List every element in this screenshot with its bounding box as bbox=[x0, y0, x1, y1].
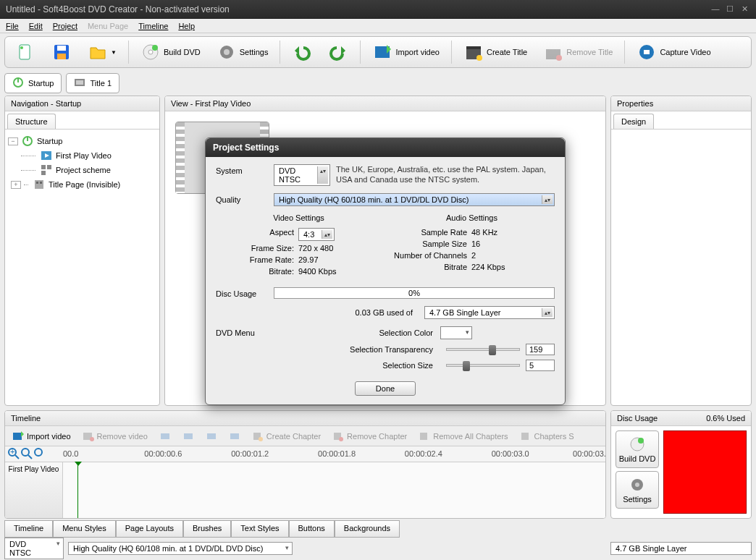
svg-rect-29 bbox=[35, 180, 43, 189]
maximize-button[interactable]: ☐ bbox=[724, 4, 736, 14]
tree-node-titlepage[interactable]: +Title Page (Invisible) bbox=[8, 177, 156, 192]
create-title-button[interactable]: Create Title bbox=[458, 39, 533, 65]
capture-video-label: Capture Video bbox=[660, 48, 710, 56]
window-title: Untitled - Soft4Boost DVD Creator - Non-… bbox=[6, 4, 707, 14]
minimize-button[interactable]: — bbox=[710, 4, 721, 14]
tl-import-button[interactable]: Import video bbox=[8, 429, 75, 444]
menu-timeline[interactable]: Timeline bbox=[138, 22, 168, 30]
separator bbox=[360, 41, 361, 64]
expand-icon[interactable]: + bbox=[11, 181, 21, 189]
audio-settings-header: Audio Settings bbox=[389, 213, 555, 222]
close-button[interactable]: ✕ bbox=[739, 4, 750, 14]
properties-header: Properties bbox=[611, 96, 751, 111]
selection-color-picker[interactable] bbox=[440, 326, 472, 339]
zoom-out-icon[interactable] bbox=[21, 448, 33, 461]
tab-startup[interactable]: Startup bbox=[4, 73, 62, 93]
disc-usage-header: Disc Usage bbox=[617, 414, 658, 423]
svg-rect-43 bbox=[420, 433, 427, 440]
svg-point-52 bbox=[638, 438, 644, 444]
timeline-toolbar: Import video Remove video Create Chapter… bbox=[5, 426, 605, 446]
tl-create-chapter-button: Create Chapter bbox=[248, 429, 325, 444]
view-header: View - First Play Video bbox=[165, 96, 605, 111]
btab-brushes[interactable]: Brushes bbox=[183, 520, 231, 538]
svg-point-34 bbox=[90, 437, 94, 441]
menu-edit[interactable]: Edit bbox=[29, 22, 43, 30]
disc-usage-pct: 0.6% Used bbox=[706, 414, 745, 423]
redo-button[interactable] bbox=[322, 39, 354, 65]
create-title-label: Create Title bbox=[487, 48, 527, 56]
import-video-button[interactable]: Import video bbox=[366, 39, 445, 65]
structure-tab[interactable]: Structure bbox=[7, 114, 56, 129]
btab-backgrounds[interactable]: Backgrounds bbox=[335, 520, 400, 538]
status-system-combo[interactable]: DVD NTSC bbox=[4, 538, 64, 559]
status-quality-combo[interactable]: High Quality (HQ 60/108 min. at 1 DVD/DL… bbox=[68, 542, 293, 555]
svg-rect-30 bbox=[36, 182, 38, 184]
tree-node-startup[interactable]: −Startup bbox=[8, 134, 156, 148]
svg-point-9 bbox=[224, 49, 230, 55]
svg-rect-27 bbox=[47, 165, 51, 169]
dvd-menu-label: DVD Menu bbox=[216, 326, 266, 337]
layer-combo[interactable]: 4.7 GB Single Layer▴▾ bbox=[424, 306, 555, 319]
btab-menustyles[interactable]: Menu Styles bbox=[53, 520, 116, 538]
done-button[interactable]: Done bbox=[355, 381, 416, 396]
film-icon bbox=[40, 150, 53, 161]
tab-title1[interactable]: Title 1 bbox=[66, 73, 119, 93]
transparency-slider[interactable] bbox=[446, 348, 520, 351]
tree-node-firstplay[interactable]: First Play Video bbox=[8, 148, 156, 163]
sample-rate-value: 48 KHz bbox=[471, 228, 497, 237]
design-tab[interactable]: Design bbox=[613, 114, 654, 129]
svg-rect-17 bbox=[644, 50, 650, 54]
remove-title-button: Remove Title bbox=[537, 39, 618, 65]
build-dvd-button[interactable]: Build DVD bbox=[135, 39, 206, 65]
zoom-in-icon[interactable]: + bbox=[8, 448, 20, 461]
disc-icon bbox=[140, 42, 161, 62]
svg-rect-44 bbox=[521, 433, 529, 440]
size-slider[interactable] bbox=[446, 364, 520, 367]
undo-button[interactable] bbox=[286, 39, 318, 65]
collapse-icon[interactable]: − bbox=[8, 137, 18, 145]
transparency-value[interactable]: 159 bbox=[526, 344, 555, 355]
tree-titlepage-label: Title Page (Invisible) bbox=[49, 180, 120, 189]
document-icon bbox=[15, 42, 35, 62]
timeline-header: Timeline bbox=[5, 411, 605, 426]
settings-button[interactable]: Settings bbox=[211, 39, 274, 65]
sample-size-value: 16 bbox=[471, 239, 480, 248]
system-hint: The UK, Europe, Australia, etc. use the … bbox=[336, 164, 555, 184]
playhead[interactable] bbox=[77, 462, 78, 518]
size-value[interactable]: 5 bbox=[526, 360, 555, 371]
save-button[interactable] bbox=[46, 39, 77, 65]
svg-rect-32 bbox=[13, 433, 22, 440]
aspect-combo[interactable]: 4:3▴▾ bbox=[298, 228, 335, 241]
open-button[interactable]: ▼ bbox=[82, 39, 122, 65]
timeline-ruler: + 00.0 00:00:00.6 00:00:01.2 00:00:01.8 … bbox=[5, 446, 605, 462]
build-dvd-label: Build DVD bbox=[164, 48, 201, 56]
tl-remove-chapter-button: Remove Chapter bbox=[328, 429, 411, 444]
video-settings-header: Video Settings bbox=[216, 213, 382, 222]
properties-panel: Properties Design bbox=[610, 96, 752, 406]
tree-root-label: Startup bbox=[37, 137, 62, 145]
structure-tree: −Startup First Play Video Project scheme… bbox=[5, 130, 159, 196]
track-body[interactable] bbox=[63, 462, 605, 518]
status-bar: DVD NTSC High Quality (HQ 60/108 min. at… bbox=[4, 540, 752, 557]
capture-video-button[interactable]: Capture Video bbox=[631, 39, 716, 65]
tree-firstplay-label: First Play Video bbox=[56, 151, 112, 160]
disc-usage-panel: Disc Usage0.6% Used Build DVD Settings bbox=[610, 410, 752, 519]
tl-snap4 bbox=[224, 429, 245, 444]
menu-project[interactable]: Project bbox=[53, 22, 77, 30]
btab-pagelayouts[interactable]: Page Layouts bbox=[116, 520, 183, 538]
svg-point-50 bbox=[35, 449, 42, 456]
zoom-fit-icon[interactable] bbox=[34, 448, 46, 461]
tab-title1-label: Title 1 bbox=[90, 79, 112, 88]
system-combo[interactable]: DVD NTSC▴▾ bbox=[274, 164, 330, 186]
du-settings-button[interactable]: Settings bbox=[616, 471, 659, 509]
btab-textstyles[interactable]: Text Styles bbox=[231, 520, 288, 538]
btab-timeline[interactable]: Timeline bbox=[4, 520, 53, 538]
du-build-button[interactable]: Build DVD bbox=[616, 430, 659, 468]
new-button[interactable] bbox=[9, 39, 41, 65]
menu-file[interactable]: File bbox=[6, 22, 19, 30]
menu-help[interactable]: Help bbox=[178, 22, 195, 30]
btab-buttons[interactable]: Buttons bbox=[289, 520, 335, 538]
tree-node-scheme[interactable]: Project scheme bbox=[8, 163, 156, 177]
remove-title-label: Remove Title bbox=[566, 48, 613, 56]
quality-combo[interactable]: High Quality (HQ 60/108 min. at 1 DVD/DL… bbox=[274, 193, 555, 206]
